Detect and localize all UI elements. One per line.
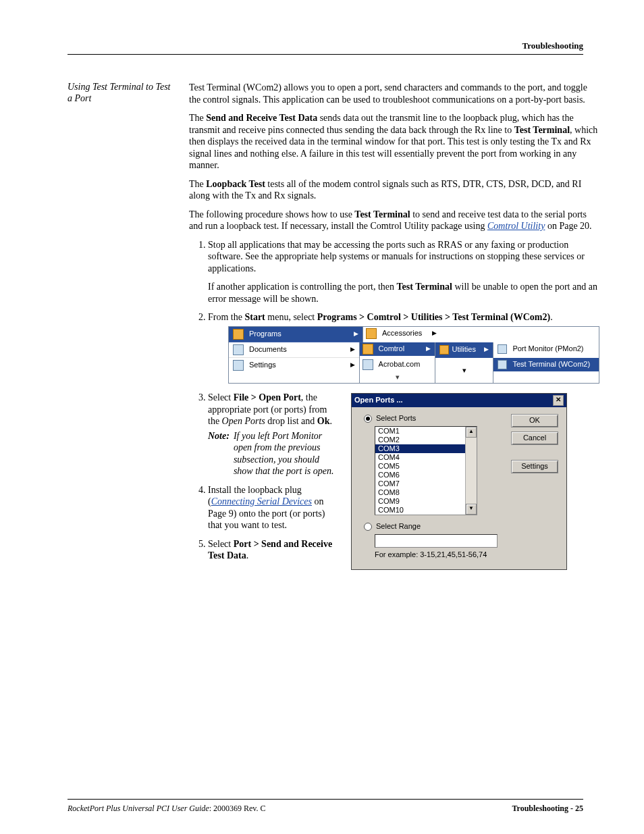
cancel-button[interactable]: Cancel — [511, 432, 558, 445]
menu-acrobat[interactable]: Acrobat.com — [360, 358, 435, 371]
paragraph-loopback: The Loopback Test tests all of the modem… — [189, 178, 599, 202]
list-item[interactable]: COM5 — [375, 462, 466, 471]
scroll-up-icon[interactable]: ▲ — [466, 427, 477, 438]
section-heading: Using Test Terminal to Test a Port — [68, 82, 176, 570]
ok-button[interactable]: OK — [511, 414, 558, 427]
scroll-down-icon[interactable]: ▼ — [466, 504, 477, 515]
step-1-note: If another application is controlling th… — [208, 281, 599, 305]
menu-port-monitor[interactable]: Port Monitor (PMon2) — [493, 342, 599, 356]
list-item[interactable]: COM7 — [375, 479, 466, 488]
step-5: Select Port > Send and Receive Test Data… — [208, 538, 338, 562]
radio-icon — [364, 523, 372, 531]
list-item[interactable]: COM4 — [375, 453, 466, 462]
step-1: Stop all applications that may be access… — [208, 239, 599, 305]
menu-accessories[interactable]: Accessories▶ — [363, 327, 441, 340]
link-comtrol-utility[interactable]: Comtrol Utility — [487, 221, 545, 231]
step-4: Install the loopback plug (Connecting Se… — [208, 484, 338, 531]
menu-programs[interactable]: Programs▶ — [229, 327, 363, 342]
figure-open-ports-dialog: Open Ports ... ✕ Select Ports COM1COM2CO… — [351, 393, 567, 569]
menu-more-icon-2[interactable]: ▾ — [435, 358, 493, 384]
note-label: Note: — [208, 430, 230, 477]
list-item[interactable]: COM2 — [375, 436, 466, 444]
link-connecting-serial[interactable]: Connecting Serial Devices — [211, 496, 312, 506]
paragraph-send-receive: The Send and Receive Test Data sends dat… — [189, 112, 599, 172]
note-body: If you left Port Monitor open from the p… — [234, 430, 338, 477]
menu-utilities[interactable]: Utilities▶ — [435, 342, 493, 358]
range-example: For example: 3-15,21,45,51-56,74 — [375, 550, 503, 560]
menu-test-terminal[interactable]: Test Terminal (WCom2) — [493, 358, 599, 371]
list-item[interactable]: COM6 — [375, 471, 466, 479]
radio-select-range[interactable]: Select Range — [364, 522, 503, 531]
scrollbar[interactable]: ▲ ▼ — [465, 427, 477, 515]
dialog-title: Open Ports ... — [354, 396, 403, 405]
list-item[interactable]: COM9 — [375, 497, 466, 506]
header-section: Troubleshooting — [68, 41, 583, 55]
menu-more-icon[interactable]: ▾ — [360, 371, 435, 384]
menu-comtrol[interactable]: Comtrol▶ — [360, 342, 435, 356]
step-2: From the Start menu, select Programs > C… — [208, 311, 599, 384]
radio-icon — [364, 415, 372, 423]
settings-button[interactable]: Settings — [511, 460, 558, 473]
step-3: Select File > Open Port, the appropriate… — [208, 392, 338, 477]
list-item[interactable]: COM1 — [375, 427, 466, 436]
list-item[interactable]: COM10 — [375, 506, 466, 515]
paragraph-intro: Test Terminal (WCom2) allows you to open… — [189, 82, 599, 105]
range-input[interactable] — [375, 534, 498, 548]
paragraph-procedure: The following procedure shows how to use… — [189, 209, 599, 232]
list-item[interactable]: COM3 — [375, 444, 466, 453]
close-icon[interactable]: ✕ — [553, 395, 564, 406]
page-footer: RocketPort Plus Universal PCI User Guide… — [68, 799, 583, 814]
menu-documents[interactable]: Documents▶ — [229, 342, 359, 358]
list-item[interactable]: COM8 — [375, 488, 466, 497]
ports-listbox[interactable]: COM1COM2COM3COM4COM5COM6COM7COM8COM9COM1… — [375, 426, 477, 515]
menu-settings[interactable]: Settings▶ — [229, 358, 359, 373]
figure-start-menu: Programs▶ Accessories▶ Documents▶ — [228, 326, 599, 384]
radio-select-ports[interactable]: Select Ports — [364, 414, 503, 423]
